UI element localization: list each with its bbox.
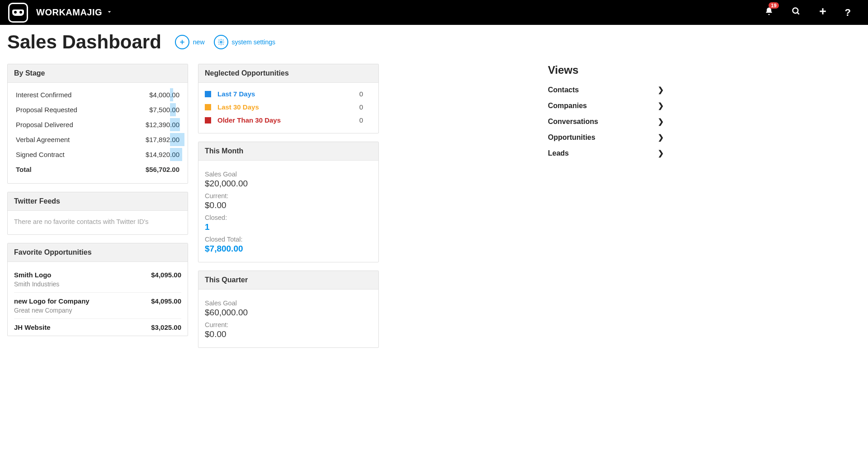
favorite-item[interactable]: Smith Logo$4,095.00Smith Industries xyxy=(14,266,181,293)
neglected-row[interactable]: Last 7 Days0 xyxy=(205,87,372,100)
view-item-companies[interactable]: Companies❯ xyxy=(548,98,664,114)
views-title: Views xyxy=(548,64,664,76)
stage-value: $7,500.00 xyxy=(149,106,179,114)
view-item-opportunities[interactable]: Opportunities❯ xyxy=(548,129,664,145)
chevron-right-icon: ❯ xyxy=(658,86,664,94)
gear-icon xyxy=(214,35,228,49)
month-closed-total-value[interactable]: $7,800.00 xyxy=(205,244,372,254)
page-title: Sales Dashboard xyxy=(7,31,161,53)
neglected-value: 0 xyxy=(359,103,372,111)
color-swatch-icon xyxy=(205,91,211,97)
add-button[interactable] xyxy=(819,7,827,18)
chevron-right-icon: ❯ xyxy=(658,101,664,110)
help-button[interactable]: ? xyxy=(845,7,851,19)
stage-total-label: Total xyxy=(16,166,32,173)
quarter-goal-label: Sales Goal xyxy=(205,299,372,307)
this-quarter-card: This Quarter Sales Goal $60,000.00 Curre… xyxy=(198,271,379,348)
favorite-item[interactable]: JH Website$3,025.00 xyxy=(14,319,181,336)
chevron-right-icon: ❯ xyxy=(658,117,664,126)
brand-menu[interactable]: WORKAMAJIG xyxy=(36,7,113,18)
favorite-name: new Logo for Company xyxy=(14,297,90,305)
favorite-name: JH Website xyxy=(14,323,51,331)
svg-point-0 xyxy=(793,8,798,14)
stage-value: $12,390.00 xyxy=(146,121,179,128)
favorite-value: $4,095.00 xyxy=(151,271,181,279)
view-label: Conversations xyxy=(548,118,598,126)
chevron-down-icon xyxy=(106,7,113,18)
by-stage-title: By Stage xyxy=(8,64,188,83)
settings-label: system settings xyxy=(232,38,275,46)
favorite-name: Smith Logo xyxy=(14,271,52,279)
notifications-button[interactable]: 19 xyxy=(764,7,774,18)
stage-value: $14,920.00 xyxy=(146,151,179,158)
month-current-value: $0.00 xyxy=(205,200,372,210)
neglected-card: Neglected Opportunities Last 7 Days0Last… xyxy=(198,64,379,133)
month-closed-value[interactable]: 1 xyxy=(205,222,372,232)
quarter-current-label: Current: xyxy=(205,321,372,328)
stage-row[interactable]: Proposal Delivered$12,390.00 xyxy=(14,117,181,132)
favorite-company: Smith Industries xyxy=(14,280,181,288)
view-item-contacts[interactable]: Contacts❯ xyxy=(548,82,664,98)
stage-row[interactable]: Verbal Agreement$17,892.00 xyxy=(14,132,181,147)
color-swatch-icon xyxy=(205,117,211,124)
stage-value: $4,000.00 xyxy=(149,91,179,99)
neglected-title: Neglected Opportunities xyxy=(198,64,378,83)
view-item-leads[interactable]: Leads❯ xyxy=(548,145,664,161)
new-button[interactable]: new xyxy=(175,35,205,49)
neglected-value: 0 xyxy=(359,116,372,124)
topbar: WORKAMAJIG 19 ? xyxy=(0,0,868,25)
month-closed-label: Closed: xyxy=(205,214,372,221)
stage-label: Signed Contract xyxy=(16,151,65,158)
stage-value: $17,892.00 xyxy=(146,136,179,143)
twitter-title: Twitter Feeds xyxy=(8,192,188,211)
chevron-right-icon: ❯ xyxy=(658,133,664,142)
month-closed-total-label: Closed Total: xyxy=(205,236,372,243)
system-settings-button[interactable]: system settings xyxy=(214,35,275,49)
neglected-label: Last 30 Days xyxy=(217,103,259,111)
new-label: new xyxy=(193,38,205,46)
color-swatch-icon xyxy=(205,104,211,110)
stage-label: Proposal Requested xyxy=(16,106,77,114)
favorites-title: Favorite Opportunities xyxy=(8,243,188,262)
view-label: Companies xyxy=(548,102,587,110)
stage-label: Verbal Agreement xyxy=(16,136,70,143)
by-stage-card: By Stage Interest Confirmed$4,000.00Prop… xyxy=(7,64,188,184)
favorite-value: $4,095.00 xyxy=(151,297,181,305)
chevron-right-icon: ❯ xyxy=(658,149,664,157)
view-label: Leads xyxy=(548,149,569,157)
brand-label: WORKAMAJIG xyxy=(36,7,102,18)
this-month-card: This Month Sales Goal $20,000.00 Current… xyxy=(198,142,379,262)
stage-total-value: $56,702.00 xyxy=(146,166,179,173)
view-label: Contacts xyxy=(548,86,579,94)
stage-label: Proposal Delivered xyxy=(16,121,73,128)
stage-row[interactable]: Signed Contract$14,920.00 xyxy=(14,147,181,162)
twitter-feeds-card: Twitter Feeds There are no favorite cont… xyxy=(7,192,188,235)
page-header: Sales Dashboard new system settings xyxy=(7,31,664,53)
month-goal-label: Sales Goal xyxy=(205,171,372,178)
month-goal-value: $20,000.00 xyxy=(205,179,372,189)
this-month-title: This Month xyxy=(198,142,378,161)
this-quarter-title: This Quarter xyxy=(198,271,378,290)
stage-row[interactable]: Interest Confirmed$4,000.00 xyxy=(14,87,181,102)
favorite-item[interactable]: new Logo for Company$4,095.00Great new C… xyxy=(14,293,181,319)
neglected-row[interactable]: Last 30 Days0 xyxy=(205,100,372,114)
svg-line-1 xyxy=(797,13,799,14)
month-current-label: Current: xyxy=(205,192,372,200)
neglected-label: Last 7 Days xyxy=(217,90,255,98)
app-logo xyxy=(8,3,28,23)
favorite-value: $3,025.00 xyxy=(151,323,181,331)
svg-point-4 xyxy=(220,41,222,43)
neglected-value: 0 xyxy=(359,90,372,98)
view-label: Opportunities xyxy=(548,133,595,142)
neglected-label: Older Than 30 Days xyxy=(217,116,281,124)
plus-icon xyxy=(175,35,189,49)
favorite-opportunities-card: Favorite Opportunities Smith Logo$4,095.… xyxy=(7,243,188,336)
neglected-row[interactable]: Older Than 30 Days0 xyxy=(205,114,372,127)
quarter-current-value: $0.00 xyxy=(205,329,372,339)
stage-label: Interest Confirmed xyxy=(16,91,71,99)
view-item-conversations[interactable]: Conversations❯ xyxy=(548,114,664,129)
favorite-company: Great new Company xyxy=(14,307,181,314)
views-sidebar: Views Contacts❯Companies❯Conversations❯O… xyxy=(548,64,664,161)
stage-row[interactable]: Proposal Requested$7,500.00 xyxy=(14,102,181,117)
search-button[interactable] xyxy=(792,7,801,18)
